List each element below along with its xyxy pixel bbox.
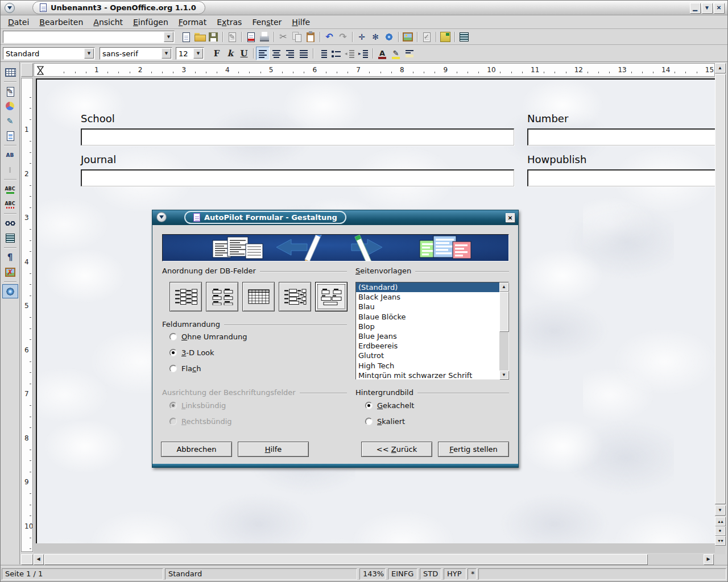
close-button[interactable]: ✕	[714, 3, 724, 13]
font-name-input[interactable]	[101, 48, 161, 59]
graphics-on-off-button[interactable]: ✗	[2, 265, 18, 279]
check-document-button[interactable]: ✓	[420, 30, 433, 44]
paragraph-background-button[interactable]	[403, 47, 416, 60]
print-file-button[interactable]	[258, 30, 271, 44]
cancel-button[interactable]: Abbrechen	[161, 442, 232, 457]
arrangement-free-arrangement-button[interactable]	[315, 282, 348, 311]
window-menu-button[interactable]	[5, 3, 15, 13]
page-style-item[interactable]: Mintgrün mit schwarzer Schrift	[356, 371, 499, 379]
arrangement-labels-above-button[interactable]	[206, 282, 238, 311]
vertical-scrollbar[interactable]: ▲ ▼ ▲▲ ● ▼▼	[715, 63, 725, 554]
listbox-scroll-thumb[interactable]	[499, 292, 508, 331]
vertical-ruler[interactable]: 12345678910	[21, 78, 33, 552]
back-button[interactable]: << Zurück	[361, 442, 432, 457]
dropdown-arrow-icon[interactable]: ▼	[84, 48, 94, 59]
dropdown-arrow-icon[interactable]: ▼	[164, 32, 173, 42]
spellcheck-button[interactable]: ABC	[2, 182, 18, 196]
window-title-bar[interactable]: Unbenannt3 - OpenOffice.org 1.1.0 ▁ ▼ ✕	[1, 1, 727, 15]
font-name-combobox[interactable]: ▼	[100, 47, 172, 60]
finish-button[interactable]: Fertig stellen	[438, 442, 509, 457]
edit-file-button[interactable]: ✎	[225, 30, 239, 44]
previous-page-icon[interactable]: ▲▲	[715, 517, 725, 526]
navigation-dot-icon[interactable]: ●	[715, 526, 725, 535]
insert-table-button[interactable]	[2, 65, 18, 79]
page-style-item[interactable]: Blue Jeans	[356, 331, 499, 341]
page-style-item[interactable]: Glutrot	[356, 351, 499, 360]
status-zoom[interactable]: 143%	[359, 568, 386, 580]
arrangement-rows-labels-left-button[interactable]	[279, 282, 311, 311]
field-border-option-1[interactable]: 3-D Look	[169, 348, 214, 357]
underline-button[interactable]: U	[237, 47, 251, 60]
page-style-item[interactable]: High Tech	[356, 361, 499, 371]
menu-fenster[interactable]: Fenster	[247, 16, 287, 28]
align-left-button[interactable]	[256, 47, 270, 60]
nonprinting-characters-button[interactable]: ¶	[2, 250, 18, 264]
bullet-list-button[interactable]	[329, 47, 343, 60]
page-style-item[interactable]: Erdbeereis	[356, 341, 499, 351]
vertical-scroll-thumb[interactable]	[715, 74, 725, 504]
insert-button[interactable]: ✎	[2, 84, 18, 98]
find-replace-button[interactable]	[2, 216, 18, 230]
scroll-down-icon[interactable]: ▼	[499, 371, 508, 379]
redo-button[interactable]: ↷	[336, 30, 350, 44]
scroll-right-icon[interactable]: ▶	[704, 554, 713, 564]
menu-format[interactable]: Format	[173, 16, 212, 28]
italic-button[interactable]: k	[224, 47, 237, 60]
url-input[interactable]	[4, 32, 163, 42]
scroll-down-icon[interactable]: ▼	[715, 505, 725, 515]
data-sources-button[interactable]	[2, 231, 18, 245]
dialog-menu-button[interactable]	[156, 212, 167, 222]
open-document-button[interactable]	[193, 30, 206, 44]
menu-extras[interactable]: Extras	[212, 16, 247, 28]
insert-object-button[interactable]	[2, 99, 18, 113]
url-combobox[interactable]: ▼	[3, 31, 175, 43]
dialog-close-icon[interactable]: ✕	[506, 213, 515, 222]
save-document-button[interactable]	[206, 30, 220, 44]
scroll-up-icon[interactable]: ▲	[499, 282, 508, 291]
form-text-field-journal[interactable]	[81, 169, 514, 186]
draw-functions-button[interactable]: ✎	[2, 114, 18, 128]
tab-stop-selector-icon[interactable]	[36, 65, 44, 77]
copy-button[interactable]	[290, 30, 304, 44]
navigation-button[interactable]	[439, 30, 452, 44]
label-alignment-option-1[interactable]: Rechtsbündig	[169, 417, 232, 426]
navigator-button[interactable]: ✛	[355, 30, 369, 44]
menu-einfgen[interactable]: Einfügen	[128, 16, 173, 28]
highlighting-button[interactable]: ✎	[389, 47, 403, 60]
scroll-left-icon[interactable]: ◀	[34, 554, 43, 564]
status-insert-mode[interactable]: EINFG	[388, 568, 417, 580]
page-style-item[interactable]: Blaue Blöcke	[356, 312, 499, 322]
status-hyperlink-mode[interactable]: HYP	[444, 568, 466, 580]
menu-bearbeiten[interactable]: Bearbeiten	[34, 16, 88, 28]
gallery-button[interactable]	[401, 30, 415, 44]
label-alignment-option-0[interactable]: Linksbündig	[169, 401, 226, 410]
form-text-field-howpublish[interactable]	[527, 169, 715, 186]
numbered-list-button[interactable]	[316, 47, 329, 60]
autotext-button[interactable]: AB	[2, 148, 18, 162]
help-button[interactable]: Hilfe	[238, 442, 309, 457]
increase-indent-button[interactable]: ▸	[357, 47, 370, 60]
align-justify-button[interactable]	[297, 47, 311, 60]
font-size-combobox[interactable]: ▼	[176, 47, 204, 60]
menu-hilfe[interactable]: Hilfe	[287, 16, 315, 28]
scroll-up-icon[interactable]: ▲	[715, 63, 725, 73]
font-color-button[interactable]: A	[375, 47, 389, 60]
auto-spellcheck-button[interactable]: ABC	[2, 197, 18, 211]
page-style-item[interactable]: Blau	[356, 302, 499, 311]
export-pdf-button[interactable]	[244, 30, 258, 44]
paragraph-style-combobox[interactable]: ▼	[3, 47, 95, 60]
page-styles-listbox[interactable]: (Standard)Black JeansBlauBlaue BlöckeBlo…	[355, 282, 509, 380]
stylist-button[interactable]: ✻	[369, 30, 382, 44]
dialog-title-bar[interactable]: AutoPilot Formular - Gestaltung ✕	[152, 210, 518, 225]
minimize-button[interactable]: ▁	[690, 3, 700, 13]
bold-button[interactable]: F	[210, 47, 224, 60]
paragraph-style-input[interactable]	[4, 48, 84, 59]
undo-button[interactable]: ↶	[322, 30, 336, 44]
window-title-tab[interactable]: Unbenannt3 - OpenOffice.org 1.1.0	[32, 1, 205, 14]
cut-button[interactable]: ✂	[276, 30, 290, 44]
decrease-indent-button[interactable]: ◂	[343, 47, 357, 60]
next-page-icon[interactable]: ▼▼	[715, 536, 725, 545]
background-image-option-0[interactable]: Gekachelt	[365, 401, 414, 410]
horizontal-scroll-thumb[interactable]	[44, 554, 647, 564]
new-document-button[interactable]	[179, 30, 193, 44]
